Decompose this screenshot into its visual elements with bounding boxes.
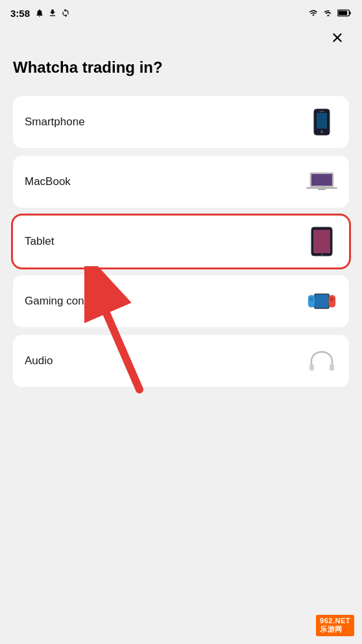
gaming-console-icon xyxy=(306,286,337,317)
options-list: Smartphone MacBook Tablet xyxy=(0,96,362,387)
svg-point-18 xyxy=(321,254,323,256)
svg-point-22 xyxy=(309,297,313,301)
audio-icon xyxy=(306,345,337,377)
status-time: 3:58 xyxy=(10,8,30,19)
download-icon xyxy=(48,8,57,18)
notification-icon xyxy=(35,8,44,18)
option-smartphone-label: Smartphone xyxy=(25,116,85,129)
signal-icon xyxy=(323,8,333,18)
option-audio-label: Audio xyxy=(25,354,53,367)
option-gaming-console[interactable]: Gaming console xyxy=(13,275,349,327)
option-tablet-label: Tablet xyxy=(25,235,54,248)
svg-rect-25 xyxy=(309,364,314,371)
wifi-icon xyxy=(308,8,319,18)
svg-rect-14 xyxy=(318,189,326,190)
svg-point-24 xyxy=(330,297,333,301)
watermark: 962.NET乐游网 xyxy=(316,615,354,636)
svg-rect-26 xyxy=(330,364,334,371)
svg-rect-13 xyxy=(306,187,337,189)
status-icons xyxy=(35,8,70,18)
svg-rect-8 xyxy=(319,111,324,112)
status-left: 3:58 xyxy=(10,8,70,19)
option-macbook[interactable]: MacBook xyxy=(13,156,349,208)
option-smartphone[interactable]: Smartphone xyxy=(13,96,349,148)
status-right xyxy=(308,8,352,18)
macbook-icon xyxy=(306,166,337,197)
option-audio[interactable]: Audio xyxy=(13,335,349,387)
tablet-icon xyxy=(306,226,337,257)
svg-point-7 xyxy=(320,130,323,133)
svg-rect-6 xyxy=(317,113,327,129)
svg-rect-2 xyxy=(338,11,347,15)
sync-icon xyxy=(61,8,70,18)
svg-rect-12 xyxy=(311,174,332,186)
option-tablet[interactable]: Tablet xyxy=(13,216,349,267)
close-button[interactable] xyxy=(326,26,349,49)
smartphone-icon xyxy=(306,106,337,138)
svg-rect-17 xyxy=(313,230,330,253)
page-title: Whatcha trading in? xyxy=(0,58,362,77)
svg-rect-21 xyxy=(308,295,315,307)
option-macbook-label: MacBook xyxy=(25,175,71,188)
svg-rect-20 xyxy=(315,294,328,308)
svg-rect-23 xyxy=(329,295,336,307)
battery-icon xyxy=(337,8,352,18)
svg-rect-1 xyxy=(350,12,351,15)
status-bar: 3:58 xyxy=(0,0,362,26)
option-gaming-console-label: Gaming console xyxy=(25,295,104,308)
